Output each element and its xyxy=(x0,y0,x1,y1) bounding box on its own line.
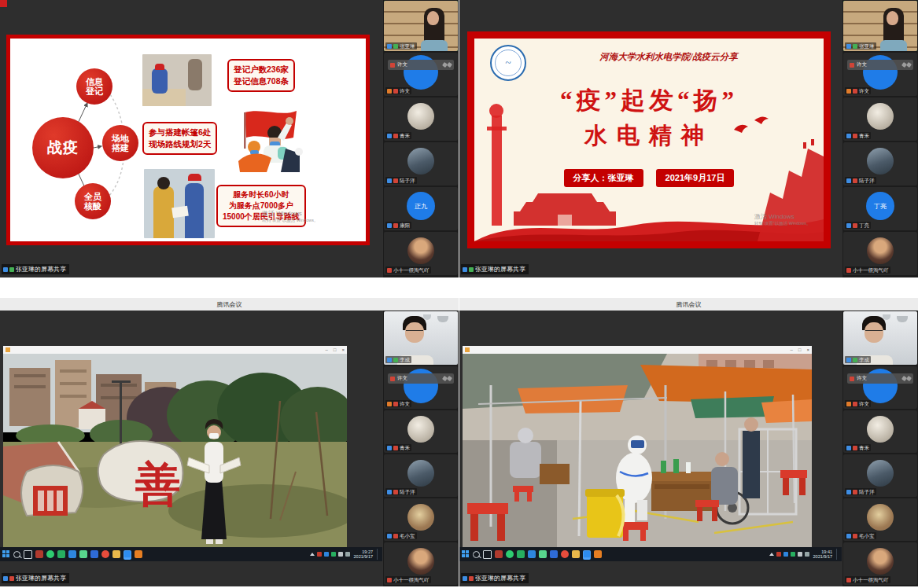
banner-name: 许文 xyxy=(397,61,407,68)
task-view-icon[interactable] xyxy=(24,550,32,559)
participant-tile[interactable]: 许文 许文 xyxy=(843,53,917,96)
folder-icon[interactable] xyxy=(112,550,120,558)
windows-taskbar[interactable]: 19:27 2021/9/17 xyxy=(0,547,382,561)
wechat-icon[interactable] xyxy=(46,550,54,558)
participant-tile[interactable]: 青禾 xyxy=(843,97,917,141)
volume-icon[interactable] xyxy=(798,552,802,557)
participant-name: 许文 xyxy=(400,401,410,406)
participant-panel[interactable]: 张亚琳 许文 许文 青禾 xyxy=(383,0,459,277)
participant-tile[interactable]: 小十一很淘气吖 xyxy=(384,542,458,585)
chevron-up-icon[interactable] xyxy=(769,553,774,556)
app-minimize-button[interactable]: – xyxy=(326,346,328,354)
avatar xyxy=(407,148,434,175)
chevron-up-icon[interactable] xyxy=(310,553,315,556)
participant-tile[interactable]: 正九 康阳 xyxy=(384,187,458,230)
person-icon xyxy=(846,89,851,94)
app-close-button[interactable]: × xyxy=(806,346,809,354)
tray-icon[interactable] xyxy=(317,552,322,557)
participant-tile[interactable]: 陆子洋 xyxy=(384,454,458,497)
participant-panel[interactable]: 李成 许文 许文 青禾 xyxy=(842,311,918,586)
media-player-icon[interactable] xyxy=(79,550,87,558)
taskbar-clock[interactable]: 19:41 2021/9/17 xyxy=(813,549,832,560)
pinned-app-icon[interactable] xyxy=(135,550,142,558)
person-icon xyxy=(846,223,851,228)
participant-tile[interactable]: 小十一很淘气吖 xyxy=(843,232,917,275)
avatar xyxy=(867,460,894,487)
shared-app-window: – □ × xyxy=(463,346,812,547)
participant-name: 张亚琳 xyxy=(400,43,415,49)
participant-tile[interactable]: 丁亮 丁亮 xyxy=(843,187,917,230)
network-icon[interactable] xyxy=(345,552,350,557)
pinned-app-icon[interactable] xyxy=(594,550,602,558)
search-icon[interactable] xyxy=(473,551,480,558)
participant-name: 小十一很淘气吖 xyxy=(393,267,430,273)
pinned-app-icon[interactable] xyxy=(35,550,43,558)
taskbar-clock[interactable]: 19:27 2021/9/17 xyxy=(354,549,373,560)
meeting-app-icon[interactable] xyxy=(583,550,591,558)
browser-icon[interactable] xyxy=(561,550,569,558)
participant-tile[interactable]: 小十一很淘气吖 xyxy=(384,232,458,275)
network-icon[interactable] xyxy=(805,552,809,557)
participant-tile[interactable]: 青禾 xyxy=(384,97,458,141)
media-player-icon[interactable] xyxy=(539,550,547,558)
participant-video-tile[interactable]: 张亚琳 xyxy=(843,1,917,51)
word-icon[interactable] xyxy=(550,550,558,558)
participant-tile[interactable]: 许文 许文 xyxy=(843,366,917,409)
system-tray[interactable]: 19:41 2021/9/17 xyxy=(769,549,839,560)
tray-icon[interactable] xyxy=(791,552,795,557)
node-info-registration: 信息登记 xyxy=(76,68,112,105)
tray-icon[interactable] xyxy=(331,552,336,557)
participant-tile[interactable]: 陆子洋 xyxy=(384,142,458,186)
wechat-icon[interactable] xyxy=(506,550,514,558)
windows-taskbar[interactable]: 19:41 2021/9/17 xyxy=(459,547,842,561)
app-titlebar[interactable]: – □ × xyxy=(3,346,347,354)
window-titlebar[interactable]: 腾讯会议 xyxy=(0,298,459,311)
pinned-app-icon[interactable] xyxy=(68,550,76,558)
tray-icon[interactable] xyxy=(776,552,781,557)
participant-video-tile[interactable]: 李成 xyxy=(843,311,917,365)
folder-icon[interactable] xyxy=(572,550,580,558)
word-icon[interactable] xyxy=(90,550,98,558)
participant-panel[interactable]: 张亚琳 许文 许文 青禾 xyxy=(842,0,918,277)
window-title: 腾讯会议 xyxy=(217,300,242,309)
participant-tile[interactable]: 小十一很淘气吖 xyxy=(843,542,917,585)
participant-video-tile[interactable]: 李成 xyxy=(384,311,458,365)
app-minimize-button[interactable]: – xyxy=(791,346,793,354)
pinned-app-icon[interactable] xyxy=(495,550,503,558)
participant-tile[interactable]: 陆子洋 xyxy=(843,142,917,186)
show-desktop-button[interactable] xyxy=(836,549,839,560)
windows-activation-watermark: 激活 Windows 转到“设置”以激活 Windows。 xyxy=(262,210,319,224)
participant-panel[interactable]: 李成 许文 许文 青禾 xyxy=(383,311,459,586)
volume-icon[interactable] xyxy=(338,552,343,557)
browser-icon[interactable] xyxy=(101,550,109,558)
university-logo: ~ xyxy=(490,45,526,81)
app-maximize-button[interactable]: □ xyxy=(798,346,802,354)
participant-tile[interactable]: 青禾 xyxy=(384,410,458,453)
participant-tile[interactable]: 陆子洋 xyxy=(843,454,917,497)
pinned-app-icon[interactable] xyxy=(528,550,536,558)
app-close-button[interactable]: × xyxy=(341,346,345,354)
show-desktop-button[interactable] xyxy=(377,549,380,560)
speaking-banner: 许文 xyxy=(388,373,454,384)
pinned-app-icon[interactable] xyxy=(517,550,525,558)
tray-icon[interactable] xyxy=(324,552,329,557)
participant-tile[interactable]: 许文 许文 xyxy=(384,53,458,96)
participant-tile[interactable]: 毛小宝 xyxy=(384,498,458,541)
app-titlebar[interactable]: – □ × xyxy=(463,346,812,354)
tray-icon[interactable] xyxy=(783,552,788,557)
pinned-app-icon[interactable] xyxy=(57,550,65,558)
search-icon[interactable] xyxy=(13,551,20,558)
participant-video-tile[interactable]: 张亚琳 xyxy=(384,1,458,51)
app-maximize-button[interactable]: □ xyxy=(334,346,337,354)
task-view-icon[interactable] xyxy=(483,550,492,559)
participant-tile[interactable]: 青禾 xyxy=(843,410,917,453)
meeting-app-icon[interactable] xyxy=(124,550,131,558)
system-tray[interactable]: 19:27 2021/9/17 xyxy=(310,549,380,560)
windows-start-icon[interactable] xyxy=(462,550,470,558)
windows-start-icon[interactable] xyxy=(2,550,10,558)
participant-tile[interactable]: 许文 许文 xyxy=(384,366,458,409)
window-titlebar[interactable]: 腾讯会议 xyxy=(459,298,918,311)
presenter-badge: 分享人：张亚琳 xyxy=(564,169,643,187)
person-icon xyxy=(846,178,851,183)
participant-tile[interactable]: 毛小宝 xyxy=(843,498,917,541)
